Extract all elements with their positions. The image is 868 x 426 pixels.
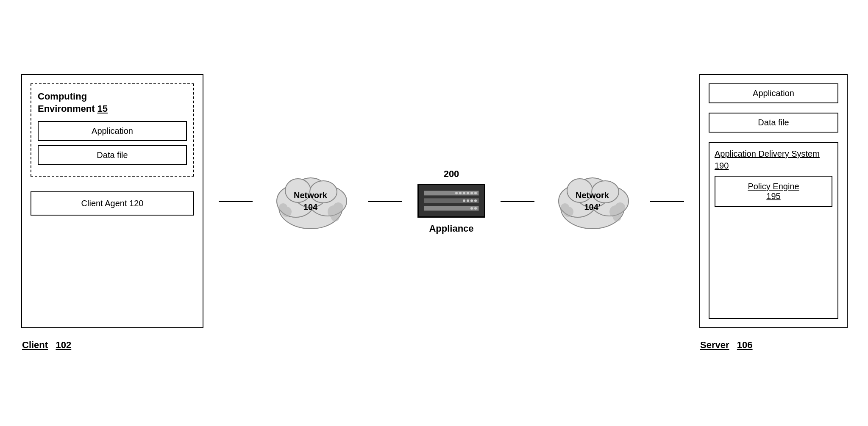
ads-box: Application Delivery System 190 Policy E… (709, 142, 838, 319)
client-datafile-box: Data file (38, 145, 187, 165)
server-label: Server 106 (700, 340, 753, 351)
policy-label: Policy Engine (748, 182, 799, 191)
network-right-cloud: Network 104' (550, 167, 635, 235)
line-network-server (650, 201, 684, 202)
appliance-dot-1 (455, 192, 458, 194)
network-right-section: Network 104' (550, 167, 635, 235)
server-text: Server (700, 340, 729, 350)
appliance-dot-9 (470, 199, 473, 202)
appliance-label: Appliance (429, 223, 473, 234)
client-label: Client 102 (22, 340, 71, 351)
svg-point-8 (331, 213, 339, 221)
svg-point-10 (279, 203, 287, 212)
appliance-dot-5 (470, 192, 473, 194)
appliance-device (417, 184, 485, 218)
client-application-label: Application (92, 126, 133, 136)
policy-number: 195 (766, 191, 780, 201)
line-appliance-network (501, 201, 534, 202)
network-right-label: Network 104' (576, 189, 609, 213)
appliance-number: 200 (444, 169, 459, 180)
policy-box: Policy Engine 195 (715, 176, 832, 207)
client-application-box: Application (38, 121, 187, 141)
appliance-dot-11 (470, 207, 473, 210)
network-left-cloud: Network 104 (268, 167, 353, 235)
line-network-appliance (368, 201, 402, 202)
client-text: Client (22, 340, 48, 350)
appliance-dot-2 (459, 192, 462, 194)
client-agent-box: Client Agent 120 (31, 191, 194, 216)
appliance-dot-8 (467, 199, 469, 202)
server-datafile-label: Data file (758, 118, 789, 127)
line-client-network (219, 201, 253, 202)
appliance-dot-7 (463, 199, 465, 202)
network-left-label: Network 104 (294, 189, 327, 213)
network-left-section: Network 104 (268, 167, 353, 235)
svg-point-19 (613, 213, 621, 221)
server-datafile-box: Data file (709, 113, 838, 133)
appliance-dot-10 (474, 199, 477, 202)
appliance-slot-1 (424, 191, 479, 196)
server-box: Application Data file Application Delive… (699, 74, 848, 328)
computing-env-box: ComputingEnvironment 15 Application Data… (31, 83, 194, 177)
appliance-section: 200 Appliance (417, 169, 485, 234)
computing-env-label: ComputingEnvironment 15 (38, 91, 187, 115)
ads-text: Application Delivery System (715, 149, 820, 158)
client-agent-label: Client Agent 120 (81, 199, 144, 208)
appliance-dot-12 (474, 207, 477, 210)
server-number: 106 (737, 340, 753, 350)
appliance-dot-6 (474, 192, 477, 194)
svg-point-21 (561, 203, 569, 212)
svg-point-7 (333, 202, 343, 213)
ads-label: Application Delivery System 190 (715, 148, 832, 172)
appliance-dot-4 (467, 192, 469, 194)
appliance-dot-3 (463, 192, 465, 194)
appliance-slot-2 (424, 198, 479, 203)
ads-number: 190 (715, 161, 729, 170)
diagram-container: ComputingEnvironment 15 Application Data… (21, 21, 848, 381)
svg-point-18 (615, 202, 625, 213)
appliance-slot-3 (424, 206, 479, 211)
client-number: 102 (56, 340, 71, 350)
server-application-label: Application (753, 89, 794, 98)
client-datafile-label: Data file (97, 150, 128, 160)
client-box: ComputingEnvironment 15 Application Data… (21, 74, 203, 328)
server-application-box: Application (709, 83, 838, 103)
